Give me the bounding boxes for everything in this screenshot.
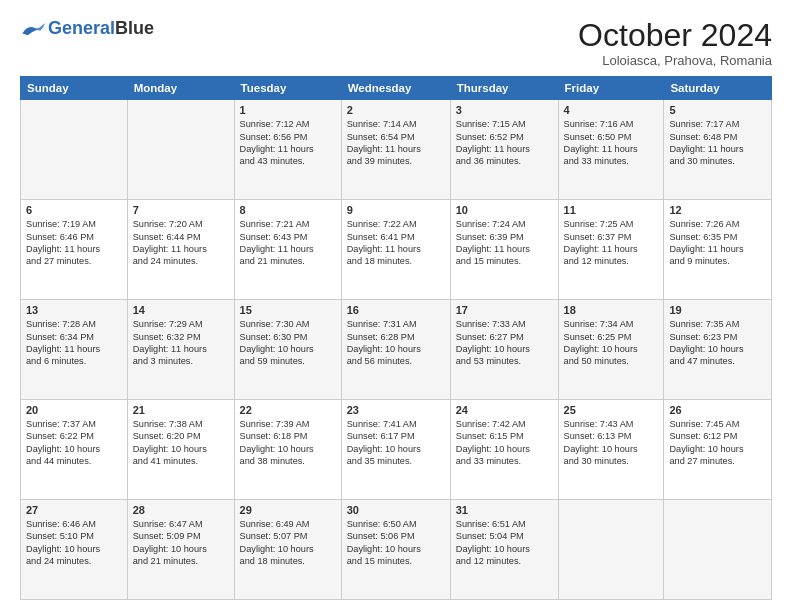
title-block: October 2024 Loloiasca, Prahova, Romania xyxy=(578,18,772,68)
day-number: 27 xyxy=(26,504,122,516)
calendar-cell: 12Sunrise: 7:26 AM Sunset: 6:35 PM Dayli… xyxy=(664,200,772,300)
header-row: SundayMondayTuesdayWednesdayThursdayFrid… xyxy=(21,77,772,100)
cell-details: Sunrise: 7:15 AM Sunset: 6:52 PM Dayligh… xyxy=(456,118,553,168)
cell-details: Sunrise: 7:25 AM Sunset: 6:37 PM Dayligh… xyxy=(564,218,659,268)
calendar-cell: 23Sunrise: 7:41 AM Sunset: 6:17 PM Dayli… xyxy=(341,400,450,500)
cell-details: Sunrise: 7:43 AM Sunset: 6:13 PM Dayligh… xyxy=(564,418,659,468)
calendar-cell: 3Sunrise: 7:15 AM Sunset: 6:52 PM Daylig… xyxy=(450,100,558,200)
day-number: 12 xyxy=(669,204,766,216)
calendar-cell: 31Sunrise: 6:51 AM Sunset: 5:04 PM Dayli… xyxy=(450,500,558,600)
day-number: 1 xyxy=(240,104,336,116)
calendar-cell: 26Sunrise: 7:45 AM Sunset: 6:12 PM Dayli… xyxy=(664,400,772,500)
day-number: 29 xyxy=(240,504,336,516)
calendar-cell: 30Sunrise: 6:50 AM Sunset: 5:06 PM Dayli… xyxy=(341,500,450,600)
cell-details: Sunrise: 7:19 AM Sunset: 6:46 PM Dayligh… xyxy=(26,218,122,268)
day-number: 31 xyxy=(456,504,553,516)
cell-details: Sunrise: 7:39 AM Sunset: 6:18 PM Dayligh… xyxy=(240,418,336,468)
calendar-cell: 27Sunrise: 6:46 AM Sunset: 5:10 PM Dayli… xyxy=(21,500,128,600)
col-header-friday: Friday xyxy=(558,77,664,100)
day-number: 25 xyxy=(564,404,659,416)
calendar-cell: 28Sunrise: 6:47 AM Sunset: 5:09 PM Dayli… xyxy=(127,500,234,600)
cell-details: Sunrise: 6:46 AM Sunset: 5:10 PM Dayligh… xyxy=(26,518,122,568)
week-row: 1Sunrise: 7:12 AM Sunset: 6:56 PM Daylig… xyxy=(21,100,772,200)
cell-details: Sunrise: 7:33 AM Sunset: 6:27 PM Dayligh… xyxy=(456,318,553,368)
day-number: 11 xyxy=(564,204,659,216)
calendar-cell xyxy=(664,500,772,600)
calendar-cell: 10Sunrise: 7:24 AM Sunset: 6:39 PM Dayli… xyxy=(450,200,558,300)
day-number: 9 xyxy=(347,204,445,216)
cell-details: Sunrise: 7:34 AM Sunset: 6:25 PM Dayligh… xyxy=(564,318,659,368)
day-number: 17 xyxy=(456,304,553,316)
calendar-cell xyxy=(127,100,234,200)
cell-details: Sunrise: 7:42 AM Sunset: 6:15 PM Dayligh… xyxy=(456,418,553,468)
cell-details: Sunrise: 7:31 AM Sunset: 6:28 PM Dayligh… xyxy=(347,318,445,368)
cell-details: Sunrise: 7:22 AM Sunset: 6:41 PM Dayligh… xyxy=(347,218,445,268)
calendar-table: SundayMondayTuesdayWednesdayThursdayFrid… xyxy=(20,76,772,600)
col-header-wednesday: Wednesday xyxy=(341,77,450,100)
cell-details: Sunrise: 7:28 AM Sunset: 6:34 PM Dayligh… xyxy=(26,318,122,368)
calendar-cell: 18Sunrise: 7:34 AM Sunset: 6:25 PM Dayli… xyxy=(558,300,664,400)
day-number: 6 xyxy=(26,204,122,216)
month-title: October 2024 xyxy=(578,18,772,53)
day-number: 26 xyxy=(669,404,766,416)
cell-details: Sunrise: 7:20 AM Sunset: 6:44 PM Dayligh… xyxy=(133,218,229,268)
calendar-cell: 9Sunrise: 7:22 AM Sunset: 6:41 PM Daylig… xyxy=(341,200,450,300)
calendar-cell xyxy=(21,100,128,200)
calendar-cell: 19Sunrise: 7:35 AM Sunset: 6:23 PM Dayli… xyxy=(664,300,772,400)
calendar-cell: 21Sunrise: 7:38 AM Sunset: 6:20 PM Dayli… xyxy=(127,400,234,500)
cell-details: Sunrise: 7:41 AM Sunset: 6:17 PM Dayligh… xyxy=(347,418,445,468)
page: GeneralBlue October 2024 Loloiasca, Prah… xyxy=(0,0,792,612)
day-number: 30 xyxy=(347,504,445,516)
cell-details: Sunrise: 6:47 AM Sunset: 5:09 PM Dayligh… xyxy=(133,518,229,568)
week-row: 27Sunrise: 6:46 AM Sunset: 5:10 PM Dayli… xyxy=(21,500,772,600)
calendar-cell: 29Sunrise: 6:49 AM Sunset: 5:07 PM Dayli… xyxy=(234,500,341,600)
logo-text: GeneralBlue xyxy=(48,18,154,39)
col-header-saturday: Saturday xyxy=(664,77,772,100)
calendar-cell: 5Sunrise: 7:17 AM Sunset: 6:48 PM Daylig… xyxy=(664,100,772,200)
calendar-cell: 11Sunrise: 7:25 AM Sunset: 6:37 PM Dayli… xyxy=(558,200,664,300)
calendar-cell: 6Sunrise: 7:19 AM Sunset: 6:46 PM Daylig… xyxy=(21,200,128,300)
day-number: 4 xyxy=(564,104,659,116)
header: GeneralBlue October 2024 Loloiasca, Prah… xyxy=(20,18,772,68)
cell-details: Sunrise: 7:12 AM Sunset: 6:56 PM Dayligh… xyxy=(240,118,336,168)
cell-details: Sunrise: 7:38 AM Sunset: 6:20 PM Dayligh… xyxy=(133,418,229,468)
day-number: 8 xyxy=(240,204,336,216)
calendar-cell: 22Sunrise: 7:39 AM Sunset: 6:18 PM Dayli… xyxy=(234,400,341,500)
location-subtitle: Loloiasca, Prahova, Romania xyxy=(578,53,772,68)
day-number: 19 xyxy=(669,304,766,316)
cell-details: Sunrise: 7:21 AM Sunset: 6:43 PM Dayligh… xyxy=(240,218,336,268)
day-number: 7 xyxy=(133,204,229,216)
day-number: 10 xyxy=(456,204,553,216)
calendar-cell: 13Sunrise: 7:28 AM Sunset: 6:34 PM Dayli… xyxy=(21,300,128,400)
calendar-cell: 8Sunrise: 7:21 AM Sunset: 6:43 PM Daylig… xyxy=(234,200,341,300)
calendar-cell: 16Sunrise: 7:31 AM Sunset: 6:28 PM Dayli… xyxy=(341,300,450,400)
col-header-thursday: Thursday xyxy=(450,77,558,100)
col-header-tuesday: Tuesday xyxy=(234,77,341,100)
day-number: 24 xyxy=(456,404,553,416)
col-header-monday: Monday xyxy=(127,77,234,100)
calendar-cell: 4Sunrise: 7:16 AM Sunset: 6:50 PM Daylig… xyxy=(558,100,664,200)
cell-details: Sunrise: 6:50 AM Sunset: 5:06 PM Dayligh… xyxy=(347,518,445,568)
cell-details: Sunrise: 7:26 AM Sunset: 6:35 PM Dayligh… xyxy=(669,218,766,268)
day-number: 3 xyxy=(456,104,553,116)
cell-details: Sunrise: 7:17 AM Sunset: 6:48 PM Dayligh… xyxy=(669,118,766,168)
day-number: 16 xyxy=(347,304,445,316)
calendar-cell: 7Sunrise: 7:20 AM Sunset: 6:44 PM Daylig… xyxy=(127,200,234,300)
day-number: 18 xyxy=(564,304,659,316)
week-row: 13Sunrise: 7:28 AM Sunset: 6:34 PM Dayli… xyxy=(21,300,772,400)
week-row: 20Sunrise: 7:37 AM Sunset: 6:22 PM Dayli… xyxy=(21,400,772,500)
week-row: 6Sunrise: 7:19 AM Sunset: 6:46 PM Daylig… xyxy=(21,200,772,300)
day-number: 28 xyxy=(133,504,229,516)
day-number: 14 xyxy=(133,304,229,316)
cell-details: Sunrise: 7:35 AM Sunset: 6:23 PM Dayligh… xyxy=(669,318,766,368)
calendar-cell: 25Sunrise: 7:43 AM Sunset: 6:13 PM Dayli… xyxy=(558,400,664,500)
day-number: 23 xyxy=(347,404,445,416)
cell-details: Sunrise: 7:24 AM Sunset: 6:39 PM Dayligh… xyxy=(456,218,553,268)
cell-details: Sunrise: 7:37 AM Sunset: 6:22 PM Dayligh… xyxy=(26,418,122,468)
day-number: 22 xyxy=(240,404,336,416)
logo: GeneralBlue xyxy=(20,18,154,39)
calendar-cell: 20Sunrise: 7:37 AM Sunset: 6:22 PM Dayli… xyxy=(21,400,128,500)
cell-details: Sunrise: 7:30 AM Sunset: 6:30 PM Dayligh… xyxy=(240,318,336,368)
col-header-sunday: Sunday xyxy=(21,77,128,100)
cell-details: Sunrise: 6:49 AM Sunset: 5:07 PM Dayligh… xyxy=(240,518,336,568)
